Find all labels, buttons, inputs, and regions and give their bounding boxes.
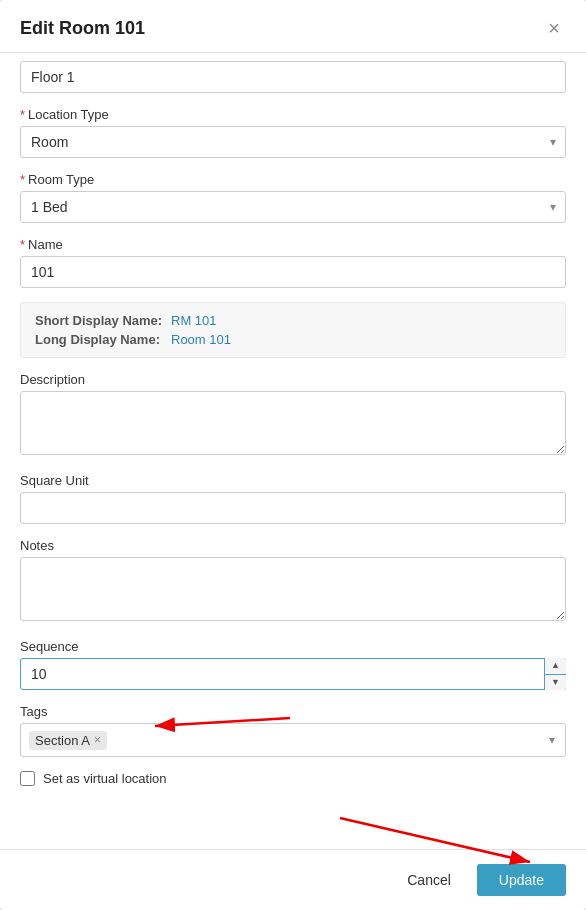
tag-remove-button[interactable]: ×: [94, 734, 101, 746]
room-type-select[interactable]: 1 Bed: [20, 191, 566, 223]
sequence-input[interactable]: [20, 658, 566, 690]
close-button[interactable]: ×: [542, 16, 566, 40]
tags-label: Tags: [20, 704, 566, 719]
modal-body: Floor 1 *Location Type Room ▾ *Room Type…: [0, 53, 586, 849]
name-input[interactable]: [20, 256, 566, 288]
floor-field-group: Floor 1: [20, 61, 566, 93]
virtual-location-checkbox[interactable]: [20, 771, 35, 786]
tags-input-wrapper[interactable]: Section A × ▾: [20, 723, 566, 757]
description-textarea[interactable]: [20, 391, 566, 455]
long-display-value: Room 101: [171, 332, 231, 347]
long-display-row: Long Display Name: Room 101: [35, 332, 551, 347]
spin-down-button[interactable]: ▼: [545, 675, 566, 691]
sequence-group: Sequence ▲ ▼: [20, 639, 566, 690]
notes-label: Notes: [20, 538, 566, 553]
description-group: Description: [20, 372, 566, 459]
tag-section-a: Section A ×: [29, 731, 107, 750]
display-names-box: Short Display Name: RM 101 Long Display …: [20, 302, 566, 358]
required-star-room: *: [20, 172, 25, 187]
modal-header: Edit Room 101 ×: [0, 0, 586, 53]
square-unit-group: Square Unit: [20, 473, 566, 524]
tag-label: Section A: [35, 733, 90, 748]
tags-chevron-icon: ▾: [549, 733, 555, 747]
short-display-value: RM 101: [171, 313, 217, 328]
spin-buttons: ▲ ▼: [544, 658, 566, 690]
edit-room-modal: Edit Room 101 × Floor 1 *Location Type R…: [0, 0, 586, 910]
room-type-label: *Room Type: [20, 172, 566, 187]
cancel-button[interactable]: Cancel: [391, 865, 467, 895]
square-unit-input[interactable]: [20, 492, 566, 524]
notes-group: Notes: [20, 538, 566, 625]
required-star-name: *: [20, 237, 25, 252]
long-display-label: Long Display Name:: [35, 332, 165, 347]
sequence-wrapper: ▲ ▼: [20, 658, 566, 690]
location-type-group: *Location Type Room ▾: [20, 107, 566, 158]
location-type-select[interactable]: Room: [20, 126, 566, 158]
room-type-select-wrapper: 1 Bed ▾: [20, 191, 566, 223]
spin-up-button[interactable]: ▲: [545, 658, 566, 675]
modal-footer: Cancel Update: [0, 849, 586, 910]
update-button[interactable]: Update: [477, 864, 566, 896]
square-unit-label: Square Unit: [20, 473, 566, 488]
required-star-location: *: [20, 107, 25, 122]
virtual-location-row: Set as virtual location: [20, 771, 566, 786]
short-display-label: Short Display Name:: [35, 313, 165, 328]
description-label: Description: [20, 372, 566, 387]
location-type-select-wrapper: Room ▾: [20, 126, 566, 158]
name-label: *Name: [20, 237, 566, 252]
tags-group: Tags Section A × ▾: [20, 704, 566, 757]
sequence-label: Sequence: [20, 639, 566, 654]
notes-textarea[interactable]: [20, 557, 566, 621]
location-type-label: *Location Type: [20, 107, 566, 122]
modal-title: Edit Room 101: [20, 18, 145, 39]
room-type-group: *Room Type 1 Bed ▾: [20, 172, 566, 223]
virtual-location-label[interactable]: Set as virtual location: [43, 771, 167, 786]
short-display-row: Short Display Name: RM 101: [35, 313, 551, 328]
name-group: *Name: [20, 237, 566, 288]
floor-input[interactable]: Floor 1: [20, 61, 566, 93]
